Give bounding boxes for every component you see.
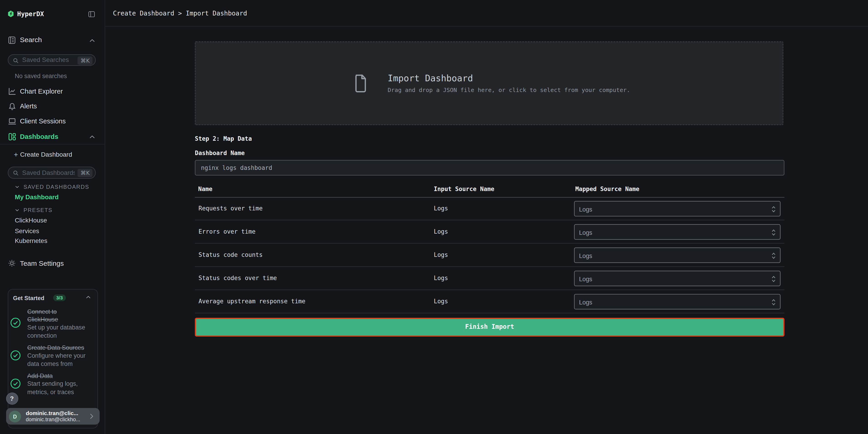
saved-dashboards-input-wrap: ⌘K [8, 167, 96, 179]
mapped-source-select[interactable]: Logs [574, 271, 780, 286]
task-title-line: ClickHouse [27, 316, 85, 323]
sidebar-collapse-icon[interactable] [88, 11, 95, 17]
sidebar-item-my-dashboard[interactable]: My Dashboard [15, 194, 59, 200]
help-button[interactable]: ? [6, 393, 18, 405]
check-circle-icon [10, 378, 21, 390]
sidebar-item-label: Team Settings [20, 260, 64, 267]
group-saved-dashboards[interactable]: SAVED DASHBOARDS [0, 182, 105, 191]
input-source-value: Logs [434, 252, 448, 258]
saved-searches-input-wrap: ⌘K [8, 54, 96, 66]
chevron-up-icon[interactable] [86, 296, 91, 299]
chevron-up-icon [89, 135, 95, 139]
dropzone-subtitle: Drag and drop a JSON file here, or click… [388, 87, 630, 93]
sidebar-item-team-settings[interactable]: Team Settings [0, 256, 105, 271]
task-desc-line: Start sending logs, [27, 380, 78, 388]
sidebar-item-label: Chart Explorer [20, 88, 63, 95]
select-updown-icon [771, 275, 776, 283]
hyperdx-logo-icon [8, 10, 14, 17]
avatar: D [9, 410, 21, 423]
check-circle-icon [10, 317, 21, 328]
check-circle-icon [10, 350, 21, 361]
select-updown-icon [771, 298, 776, 306]
user-account-button[interactable]: D dominic.tran@clic... dominic.tran@clic… [6, 408, 99, 425]
sidebar-item-services[interactable]: Services [15, 228, 39, 234]
task-title-line: Connect to [27, 307, 85, 315]
step-label: Step 2: Map Data [195, 136, 252, 142]
sidebar-divider [0, 144, 105, 145]
file-icon [353, 74, 368, 93]
tile-name: Status code counts [198, 252, 263, 258]
chevron-down-icon [14, 185, 19, 188]
select-updown-icon [771, 228, 776, 236]
input-source-value: Logs [434, 276, 448, 281]
search-section-icon [8, 36, 16, 44]
column-header-name: Name [198, 186, 212, 192]
search-icon [13, 57, 19, 64]
group-label: PRESETS [24, 208, 52, 213]
input-source-value: Logs [434, 299, 448, 305]
task-desc-line: Set up your database [27, 323, 85, 332]
tile-name: Errors over time [198, 229, 255, 235]
select-value: Logs [579, 253, 592, 259]
table-row: Average upstream response time Logs Logs [195, 290, 784, 313]
user-email-secondary: dominic.tran@clickho... [26, 417, 80, 422]
select-updown-icon [771, 206, 776, 213]
table-row: Status code counts Logs Logs [195, 244, 784, 267]
chevron-up-icon[interactable] [89, 38, 95, 42]
select-value: Logs [579, 299, 592, 305]
import-dropzone[interactable]: Import Dashboard Drag and drop a JSON fi… [195, 41, 783, 125]
mapped-source-select[interactable]: Logs [574, 201, 780, 216]
sidebar-item-kubernetes[interactable]: Kubernetes [15, 238, 48, 244]
column-header-mapped-source: Mapped Source Name [575, 186, 640, 192]
mapped-source-select[interactable]: Logs [574, 224, 780, 240]
task-desc-line: data comes from [27, 360, 86, 368]
dropzone-title: Import Dashboard [388, 74, 473, 83]
sidebar-item-dashboards[interactable]: Dashboards [0, 129, 105, 144]
chart-icon [8, 87, 17, 96]
tile-name: Status codes over time [198, 276, 277, 281]
task-title-line: Add Data [27, 372, 78, 380]
table-row: Errors over time Logs Logs [195, 220, 784, 244]
app-title: HyperDX [17, 11, 44, 17]
tile-name: Average upstream response time [198, 299, 305, 305]
group-label: SAVED DASHBOARDS [24, 184, 89, 190]
gear-icon [8, 259, 16, 267]
get-started-progress-badge: 3/3 [53, 294, 66, 301]
breadcrumb[interactable]: Create Dashboard > Import Dashboard [113, 10, 247, 17]
dashboard-name-label: Dashboard Name [195, 151, 245, 157]
saved-dashboards-input[interactable] [22, 167, 75, 178]
dashboard-name-input[interactable] [195, 160, 784, 176]
create-dashboard-label: Create Dashboard [20, 151, 72, 158]
laptop-icon [8, 117, 17, 125]
mapped-source-select[interactable]: Logs [574, 294, 780, 309]
bell-icon [8, 102, 17, 111]
task-title-line: Create Data Sources [27, 344, 86, 352]
sidebar-item-alerts[interactable]: Alerts [0, 99, 105, 114]
sidebar-section-search[interactable]: Search [20, 37, 42, 43]
table-row: Requests over time Logs Logs [195, 197, 784, 220]
select-value: Logs [579, 276, 592, 282]
create-dashboard-button[interactable]: + Create Dashboard [0, 147, 105, 162]
sidebar-item-label: Alerts [20, 103, 37, 110]
group-presets[interactable]: PRESETS [0, 206, 105, 214]
select-value: Logs [579, 206, 592, 212]
topbar: Create Dashboard > Import Dashboard [105, 0, 868, 27]
get-started-title: Get Started [13, 295, 44, 301]
input-source-value: Logs [434, 206, 448, 212]
no-saved-searches-text: No saved searches [15, 73, 67, 80]
finish-import-button[interactable]: Finish Import [195, 318, 784, 337]
shortcut-badge: ⌘K [78, 56, 92, 64]
user-email-primary: dominic.tran@clic... [26, 411, 78, 416]
chevron-right-icon [90, 414, 94, 419]
mapped-source-select[interactable]: Logs [574, 248, 780, 263]
sidebar-item-chart-explorer[interactable]: Chart Explorer [0, 84, 105, 99]
dashboards-icon [8, 132, 17, 141]
tile-name: Requests over time [198, 206, 263, 212]
saved-searches-input[interactable] [22, 55, 75, 65]
search-icon [13, 170, 19, 176]
input-source-value: Logs [434, 229, 448, 235]
task-desc-line: metrics, or traces [27, 388, 78, 396]
sidebar-item-client-sessions[interactable]: Client Sessions [0, 114, 105, 129]
sidebar-item-clickhouse[interactable]: ClickHouse [15, 218, 47, 224]
shortcut-badge: ⌘K [78, 169, 92, 177]
